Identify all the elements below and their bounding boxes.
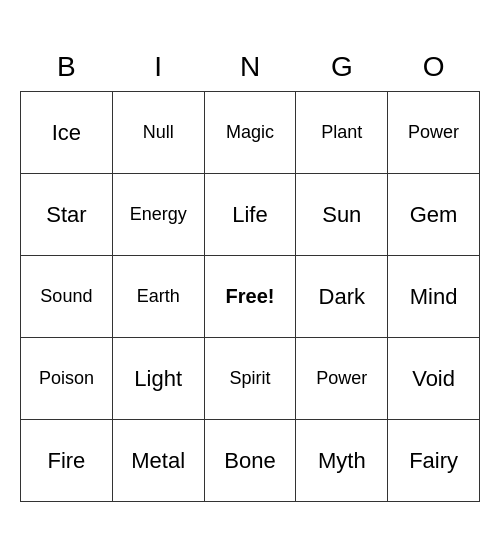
cell-4-3: Myth (296, 420, 388, 502)
cell-1-0: Star (21, 174, 113, 256)
header-letter-o: O (388, 42, 480, 92)
header-letter-g: G (296, 42, 388, 92)
cell-4-4: Fairy (388, 420, 480, 502)
header-letter-n: N (204, 42, 296, 92)
cell-4-2: Bone (204, 420, 296, 502)
row-0: IceNullMagicPlantPower (21, 92, 480, 174)
cell-1-1: Energy (112, 174, 204, 256)
cell-3-0: Poison (21, 338, 113, 420)
header-row: BINGO (21, 42, 480, 92)
cell-3-3: Power (296, 338, 388, 420)
header-letter-b: B (21, 42, 113, 92)
cell-3-1: Light (112, 338, 204, 420)
row-1: StarEnergyLifeSunGem (21, 174, 480, 256)
cell-4-0: Fire (21, 420, 113, 502)
cell-0-1: Null (112, 92, 204, 174)
cell-2-1: Earth (112, 256, 204, 338)
row-3: PoisonLightSpiritPowerVoid (21, 338, 480, 420)
cell-2-0: Sound (21, 256, 113, 338)
cell-3-4: Void (388, 338, 480, 420)
cell-0-0: Ice (21, 92, 113, 174)
cell-3-2: Spirit (204, 338, 296, 420)
cell-0-2: Magic (204, 92, 296, 174)
cell-1-3: Sun (296, 174, 388, 256)
cell-1-2: Life (204, 174, 296, 256)
cell-2-2: Free! (204, 256, 296, 338)
row-2: SoundEarthFree!DarkMind (21, 256, 480, 338)
cell-0-4: Power (388, 92, 480, 174)
cell-2-3: Dark (296, 256, 388, 338)
cell-4-1: Metal (112, 420, 204, 502)
row-4: FireMetalBoneMythFairy (21, 420, 480, 502)
cell-1-4: Gem (388, 174, 480, 256)
cell-0-3: Plant (296, 92, 388, 174)
header-letter-i: I (112, 42, 204, 92)
bingo-card: BINGO IceNullMagicPlantPowerStarEnergyLi… (20, 42, 480, 503)
cell-2-4: Mind (388, 256, 480, 338)
